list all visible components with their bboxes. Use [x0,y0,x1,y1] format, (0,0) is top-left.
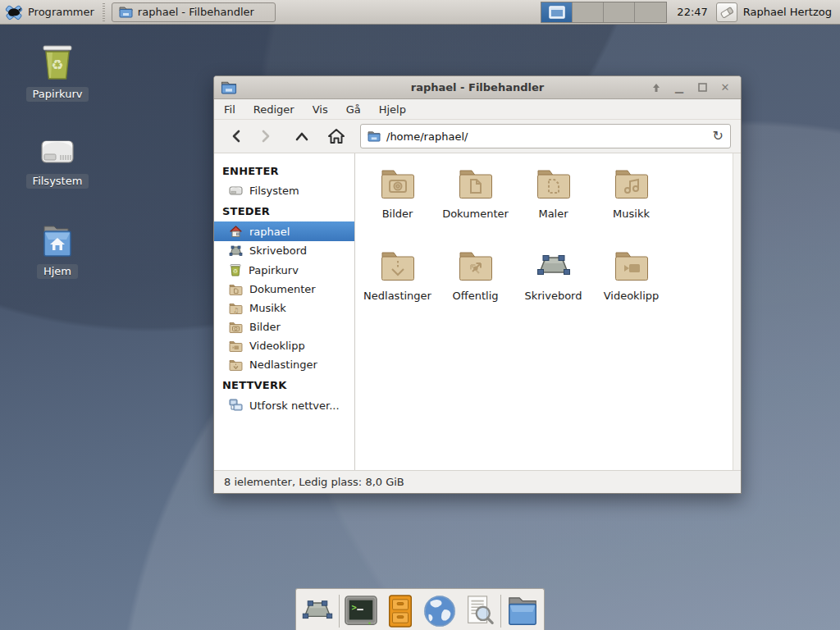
maximize-button[interactable] [695,80,710,95]
file-item-nedlastinger[interactable]: Nedlastinger [358,247,436,329]
terminal-icon: > [344,595,378,628]
minimize-button[interactable]: ▁ [672,80,687,95]
harddrive-icon [229,185,243,197]
file-item-musikk[interactable]: Musikk [592,165,670,247]
menu-go[interactable]: Gå [346,103,361,116]
file-label: Videoklipp [604,290,660,302]
menubar: Fil Rediger Vis Gå Hjelp [214,99,741,120]
close-button[interactable]: ✕ [718,80,733,95]
taskbar-window-label: raphael - Filbehandler [138,6,254,18]
find-files-button[interactable] [461,592,497,630]
sidebar: ENHETER Filsystem STEDER [214,153,355,470]
desktop-icon [229,244,243,257]
sidebar-item-browse-network[interactable]: Utforsk nettver... [214,395,354,415]
menu-file[interactable]: Fil [224,103,235,116]
menu-edit[interactable]: Rediger [253,103,294,116]
sidebar-header-devices: ENHETER [214,160,354,181]
menu-view[interactable]: Vis [313,103,328,116]
dock-separator [500,595,501,628]
sidebar-item-pictures[interactable]: Bilder [214,317,354,336]
statusbar: 8 ielementer, Ledig plass: 8,0 GiB [214,470,741,493]
path-text[interactable]: /home/raphael/ [386,130,707,143]
top-panel: Programmer raphael - Filbehandler [0,0,840,25]
desktop-icon-filesystem[interactable]: Filsystem [12,133,103,189]
sidebar-header-network: NETTVERK [214,374,354,395]
window-folder-icon [119,6,133,18]
file-item-offentlig[interactable]: Offentlig [436,247,514,329]
file-cabinet-button[interactable] [382,592,418,630]
file-cabinet-icon [385,594,416,628]
file-label: Offentlig [453,290,499,302]
clock[interactable]: 22:47 [677,6,707,18]
up-button[interactable] [290,125,314,148]
terminal-button[interactable]: > [343,592,379,630]
titlebar[interactable]: raphael - Filbehandler ▁ ✕ [214,76,741,99]
file-manager-window: raphael - Filbehandler ▁ ✕ Fil Rediger [213,75,742,494]
sidebar-item-music[interactable]: ♫ Musikk [214,299,354,317]
workspace-2[interactable] [573,2,604,22]
desktop-icon-label: Filsystem [26,174,89,189]
username-label: Raphael Hertzog [743,6,832,18]
status-text: 8 ielementer, Ledig plass: 8,0 GiB [224,476,404,488]
file-item-videoklipp[interactable]: Videoklipp [592,247,670,329]
sidebar-header-places: STEDER [214,200,354,221]
folder-public-icon [456,247,495,286]
desktop: Programmer raphael - Filbehandler [0,0,840,630]
workspace-3[interactable] [604,2,635,22]
shade-arrow-icon [651,83,661,93]
shade-button[interactable] [649,80,664,95]
folder-music-icon: ♫ [229,303,243,314]
file-item-skrivebord[interactable]: Skrivebord [514,247,592,329]
mini-window-icon [549,6,565,19]
trash-icon: ♻ [229,263,242,276]
desktop-icon-trash[interactable]: ♻ Papirkurv [12,41,103,102]
show-desktop-icon [299,595,336,628]
forward-button[interactable] [253,125,278,148]
sidebar-item-trash[interactable]: ♻ Papirkurv [214,260,354,280]
show-desktop-button[interactable] [299,592,336,630]
workspace-switcher[interactable] [541,2,667,23]
location-bar[interactable]: /home/raphael/ ↻ [360,124,731,148]
workspace-4[interactable] [635,2,666,22]
refresh-button[interactable]: ↻ [713,130,724,143]
panel-separator-handle [103,3,105,21]
harddrive-icon [38,133,77,169]
web-browser-button[interactable] [422,592,458,630]
file-view: Bilder Dokumenter [355,153,741,470]
home-icon [327,128,345,144]
forward-arrow-icon [259,129,272,144]
back-button[interactable] [224,125,249,148]
dock-panel: > [295,588,545,630]
sidebar-item-downloads[interactable]: Nedlastinger [214,355,354,374]
applications-menu-label: Programmer [28,6,94,18]
network-icon [229,399,243,412]
back-arrow-icon [230,129,243,144]
sidebar-item-documents[interactable]: Dokumenter [214,280,354,299]
file-item-dokumenter[interactable]: Dokumenter [436,165,514,247]
sidebar-item-filesystem[interactable]: Filsystem [214,181,354,200]
menu-help[interactable]: Hjelp [379,103,406,116]
file-label: Maler [538,208,568,220]
find-files-icon [463,594,495,628]
home-button[interactable] [324,125,349,148]
workspace-1-active[interactable] [541,2,573,22]
folder-videos-icon [612,247,651,286]
vertical-scrollbar[interactable] [733,153,741,470]
file-manager-icon [504,595,541,628]
sidebar-item-videos[interactable]: Videoklipp [214,336,354,355]
svg-text:>: > [352,602,357,612]
file-manager-button[interactable] [504,592,541,630]
sidebar-item-desktop[interactable]: Skrivebord [214,241,354,260]
home-folder-icon [38,223,77,259]
file-item-maler[interactable]: Maler [514,165,592,247]
file-label: Dokumenter [442,208,509,220]
toolbar: /home/raphael/ ↻ [214,120,741,153]
taskbar-window-button[interactable]: raphael - Filbehandler [112,2,276,22]
file-item-bilder[interactable]: Bilder [358,165,436,247]
session-menu-button[interactable] [716,2,737,22]
sidebar-item-label: Skrivebord [249,244,307,257]
desktop-icon-home[interactable]: Hjem [12,223,103,279]
path-folder-icon [368,130,381,142]
applications-menu-button[interactable]: Programmer [0,0,103,24]
sidebar-item-raphael[interactable]: raphael [214,221,354,241]
